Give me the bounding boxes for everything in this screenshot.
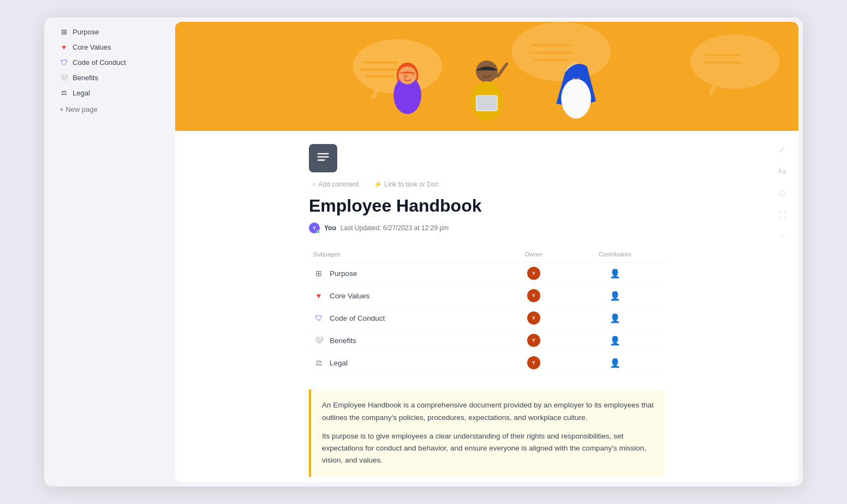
col-subpages: Subpages [309,249,502,262]
svg-rect-4 [360,68,400,70]
svg-rect-9 [529,52,574,54]
sidebar-item-code-of-conduct[interactable]: 🛡 Code of Conduct [49,55,171,69]
heart-icon: ♥ [313,290,324,301]
col-contributors: Contributors [565,249,665,262]
svg-point-17 [398,67,416,85]
contributors-cell: 👤 [565,329,665,352]
svg-rect-27 [318,153,329,154]
contributors-cell: 👤 [565,285,665,307]
sidebar-item-legal[interactable]: ⚖ Legal [49,86,171,100]
contributors-cell: 👤 [565,352,665,374]
heart-outline-icon: 🤍 [313,335,324,346]
sidebar-item-benefits[interactable]: 🤍 Benefits [49,70,171,85]
subpage-name: Benefits [330,337,356,345]
shield-icon: 🛡 [313,313,324,323]
owner-cell: Y [502,307,565,329]
heart-icon: ♥ [59,43,68,51]
owner-avatar: Y [527,334,540,347]
owner-cell: Y [502,329,565,352]
scales-icon: ⚖ [59,88,68,97]
sidebar-item-core-values[interactable]: ♥ Core Values [49,40,171,54]
table-row[interactable]: ⚖ Legal Y 👤 [309,352,665,374]
svg-rect-3 [363,62,398,64]
hero-banner [175,22,798,131]
add-comment-button[interactable]: ○ Add comment [309,179,362,190]
svg-rect-14 [702,62,742,64]
quote-block: An Employee Handbook is a comprehensive … [309,389,665,476]
grid-icon: ⊞ [59,27,68,36]
owner-avatar: Y [527,289,540,302]
owner-avatar: Y [527,267,540,280]
svg-rect-28 [318,157,329,158]
svg-rect-29 [318,159,325,160]
link-to-task-button[interactable]: ⚡ Link to task or Doc [371,179,442,190]
owner-avatar: Y [527,311,540,325]
table-row[interactable]: ♥ Core Values Y 👤 [309,285,665,307]
fullscreen-button[interactable]: ⛶ [774,207,790,223]
new-page-button[interactable]: + New page [49,103,171,116]
subpage-name: Code of Conduct [330,314,385,322]
table-row[interactable]: 🛡 Code of Conduct Y 👤 [309,307,665,329]
sidebar-item-purpose[interactable]: ⊞ Purpose [49,25,171,39]
grid-icon: ⊞ [313,268,324,279]
svg-point-19 [413,73,415,75]
heart-outline-icon: 🤍 [59,73,68,82]
owner-cell: Y [502,285,565,307]
quote-paragraph-2: Its purpose is to give employees a clear… [322,430,654,467]
svg-point-20 [476,61,498,82]
subpage-name: Core Values [330,292,369,300]
right-toolbar: ⤢ Aa ⬡ ⛶ ↑ [774,142,790,244]
expand-button[interactable]: ⤢ [774,142,790,157]
col-owner: Owner [502,249,565,262]
main-content: ○ Add comment ⚡ Link to task or Doc Empl… [175,22,798,482]
quote-paragraph-1: An Employee Handbook is a comprehensive … [322,399,654,424]
svg-rect-10 [534,59,569,61]
comment-icon: ○ [312,181,316,188]
shield-icon: 🛡 [59,58,68,67]
link-icon: ⚡ [374,181,382,188]
page-icon [309,144,337,172]
svg-point-11 [690,34,780,89]
author-row: Y You Last Updated: 6/27/2023 at 12:29 p… [309,223,665,233]
contributors-cell: 👤 [565,307,665,329]
owner-avatar: Y [527,356,540,369]
toolbar-row: ○ Add comment ⚡ Link to task or Doc [309,179,665,190]
table-row[interactable]: ⊞ Purpose Y 👤 [309,262,665,285]
font-button[interactable]: Aa [774,164,790,179]
contributor-placeholder: 👤 [610,314,621,323]
page-body: ○ Add comment ⚡ Link to task or Doc Empl… [175,131,798,482]
contributors-cell: 👤 [565,262,665,285]
sidebar: ⊞ Purpose ♥ Core Values 🛡 Code of Conduc… [44,17,175,487]
share-button[interactable]: ⬡ [774,185,790,201]
contributor-placeholder: 👤 [610,269,621,278]
svg-point-18 [403,74,407,79]
avatar: Y [309,223,320,233]
owner-cell: Y [502,262,565,285]
subpages-table: Subpages Owner Contributors ⊞ Purpose Y … [309,249,665,374]
app-window: ⊞ Purpose ♥ Core Values 🛡 Code of Conduc… [44,17,803,487]
svg-rect-13 [705,54,740,56]
owner-cell: Y [502,352,565,374]
subpage-name: Legal [330,359,348,367]
table-row[interactable]: 🤍 Benefits Y 👤 [309,329,665,352]
svg-point-26 [561,79,591,119]
svg-rect-5 [365,75,395,77]
page-icon-wrapper [309,144,665,172]
contributor-placeholder: 👤 [610,291,621,301]
contributor-placeholder: 👤 [610,336,621,345]
svg-rect-23 [477,96,497,110]
subpage-name: Purpose [330,269,357,278]
svg-rect-8 [532,44,571,46]
export-button[interactable]: ↑ [774,229,790,244]
contributor-placeholder: 👤 [610,358,621,368]
scales-icon: ⚖ [313,357,324,368]
page-title: Employee Handbook [309,195,665,216]
